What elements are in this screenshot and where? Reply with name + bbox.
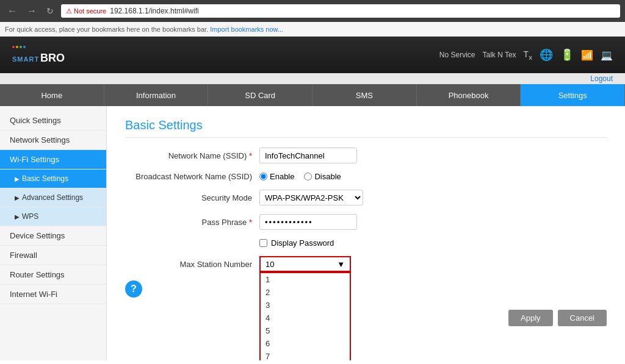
- warning-icon: ⚠: [66, 7, 72, 15]
- nav-sdcard[interactable]: SD Card: [208, 84, 312, 106]
- nav-sms[interactable]: SMS: [312, 84, 417, 106]
- broadcast-radio-group: Enable Disable: [259, 172, 341, 181]
- site-header: SMART BRO No Service Talk N Tex Tx 🌐 🔋 📶…: [0, 37, 625, 73]
- option-5[interactable]: 5: [261, 324, 350, 337]
- import-bookmarks-link[interactable]: Import bookmarks now...: [210, 26, 283, 33]
- forward-button[interactable]: →: [24, 4, 39, 18]
- battery-icon: 🔋: [560, 48, 574, 62]
- main-nav: Home Information SD Card SMS Phonebook S…: [0, 84, 625, 106]
- max-station-value: 10: [266, 260, 274, 269]
- display-password-row: Display Password: [125, 238, 607, 248]
- address-bar[interactable]: ⚠ Not secure 192.168.1.1/index.html#wifi: [61, 4, 620, 18]
- nav-information[interactable]: Information: [104, 84, 209, 106]
- option-4[interactable]: 4: [261, 312, 350, 324]
- dot2: [16, 46, 18, 48]
- browser-chrome: ← → ↻ ⚠ Not secure 192.168.1.1/index.htm…: [0, 0, 625, 22]
- logo-bro-text: BRO: [40, 52, 65, 65]
- nav-settings[interactable]: Settings: [521, 84, 625, 106]
- arrow-icon-2: ▶: [15, 194, 20, 201]
- max-station-dropdown-wrapper: 10 ▼ 1 2 3 4 5 6 7 8 9 10: [259, 256, 351, 272]
- logo-smart-text: SMART: [12, 55, 39, 63]
- display-password-checkbox[interactable]: [259, 239, 267, 247]
- sidebar-firewall[interactable]: Firewall: [0, 246, 106, 265]
- sidebar-internet-wifi[interactable]: Internet Wi-Fi: [0, 285, 106, 304]
- button-row: Apply Cancel: [125, 310, 607, 326]
- broadcast-row: Broadcast Network Name (SSID) Enable Dis…: [125, 172, 607, 181]
- logo: SMART BRO: [12, 46, 65, 65]
- dropdown-arrow-icon: ▼: [337, 260, 345, 269]
- pass-phrase-input[interactable]: [259, 214, 357, 230]
- wifi-signal-icon: 📶: [581, 49, 593, 61]
- page: SMART BRO No Service Talk N Tex Tx 🌐 🔋 📶…: [0, 37, 625, 364]
- signal-tx-icon: Tx: [524, 49, 532, 61]
- main-content: Basic Settings Network Name (SSID) * Bro…: [107, 106, 625, 360]
- apply-button[interactable]: Apply: [508, 310, 553, 326]
- sidebar-advanced-settings[interactable]: ▶Advanced Settings: [0, 188, 106, 207]
- logout-link[interactable]: Logout: [590, 74, 613, 83]
- cancel-button[interactable]: Cancel: [558, 310, 607, 326]
- max-station-row: Max Station Number 10 ▼ 1 2 3 4 5 6 7: [125, 256, 607, 272]
- option-3[interactable]: 3: [261, 299, 350, 312]
- max-station-label: Max Station Number: [125, 260, 259, 269]
- bookmarks-text: For quick access, place your bookmarks h…: [5, 26, 208, 33]
- enable-radio-label: Enable: [259, 172, 294, 181]
- dot1: [12, 46, 15, 48]
- security-mode-label: Security Mode: [125, 193, 259, 202]
- address-text: 192.168.1.1/index.html#wifi: [110, 7, 198, 15]
- display-password-checkbox-group: Display Password: [259, 238, 334, 248]
- globe-icon: 🌐: [540, 48, 553, 62]
- max-station-dropdown[interactable]: 10 ▼: [259, 256, 351, 272]
- logout-bar: Logout: [0, 73, 625, 84]
- option-6[interactable]: 6: [261, 337, 350, 350]
- network-name-label: Network Name (SSID) *: [125, 151, 259, 160]
- not-secure-indicator: ⚠ Not secure: [66, 7, 106, 15]
- back-button[interactable]: ←: [5, 4, 20, 18]
- option-1[interactable]: 1: [261, 273, 350, 286]
- nav-phonebook[interactable]: Phonebook: [417, 84, 521, 106]
- carrier-text: Talk N Tex: [482, 51, 516, 59]
- help-icon[interactable]: ?: [125, 280, 142, 298]
- nav-home[interactable]: Home: [0, 84, 104, 106]
- sidebar-wps[interactable]: ▶WPS: [0, 207, 106, 226]
- dot4: [23, 46, 26, 48]
- arrow-icon-3: ▶: [15, 213, 20, 220]
- display-password-label: Display Password: [271, 238, 334, 248]
- bookmarks-bar: For quick access, place your bookmarks h…: [0, 22, 625, 37]
- arrow-icon: ▶: [15, 176, 20, 182]
- sidebar: Quick Settings Network Settings Wi-Fi Se…: [0, 106, 107, 360]
- option-2[interactable]: 2: [261, 286, 350, 299]
- no-service-text: No Service: [439, 51, 475, 59]
- max-station-options: 1 2 3 4 5 6 7 8 9 10: [259, 272, 351, 360]
- header-status: No Service Talk N Tex Tx 🌐 🔋 📶 💻: [439, 48, 613, 62]
- broadcast-disable-radio[interactable]: [304, 173, 312, 180]
- pass-phrase-row: Pass Phrase *: [125, 214, 607, 230]
- network-name-input[interactable]: [259, 148, 357, 163]
- sidebar-basic-settings[interactable]: ▶Basic Settings: [0, 170, 106, 188]
- disable-radio-label: Disable: [304, 172, 341, 181]
- device-icon: 💻: [601, 49, 613, 61]
- security-mode-row: Security Mode WPA-PSK/WPA2-PSK: [125, 190, 607, 205]
- broadcast-enable-radio[interactable]: [259, 173, 267, 180]
- option-7[interactable]: 7: [261, 350, 350, 360]
- pass-phrase-label: Pass Phrase *: [125, 218, 259, 227]
- sidebar-device-settings[interactable]: Device Settings: [0, 226, 106, 246]
- security-mode-select[interactable]: WPA-PSK/WPA2-PSK: [259, 190, 363, 205]
- reload-button[interactable]: ↻: [44, 5, 56, 17]
- content-area: Quick Settings Network Settings Wi-Fi Se…: [0, 106, 625, 360]
- dot3: [20, 46, 22, 48]
- page-title: Basic Settings: [125, 118, 607, 138]
- sidebar-quick-settings[interactable]: Quick Settings: [0, 111, 106, 130]
- broadcast-label: Broadcast Network Name (SSID): [125, 172, 259, 181]
- sidebar-router-settings[interactable]: Router Settings: [0, 265, 106, 285]
- sidebar-wifi-settings[interactable]: Wi-Fi Settings: [0, 150, 106, 170]
- sidebar-network-settings[interactable]: Network Settings: [0, 130, 106, 150]
- logo-dots: [12, 46, 65, 48]
- network-name-row: Network Name (SSID) *: [125, 148, 607, 163]
